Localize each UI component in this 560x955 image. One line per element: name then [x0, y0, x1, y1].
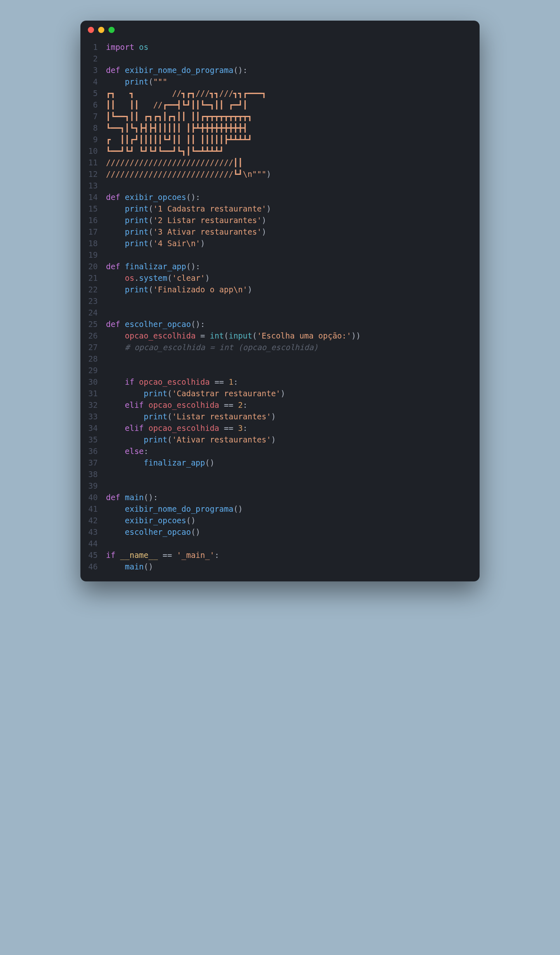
code-line[interactable]: 26 opcao_escolhida = int(input('Escolha …	[80, 330, 480, 341]
code-line[interactable]: 40def main():	[80, 492, 480, 503]
minimize-icon[interactable]	[98, 27, 104, 33]
line-number: 15	[80, 203, 106, 214]
code-content[interactable]: escolher_opcao()	[106, 526, 200, 538]
code-line[interactable]: 41 exibir_nome_do_programa()	[80, 503, 480, 515]
code-content[interactable]: def finalizar_app():	[106, 261, 200, 272]
code-line[interactable]: 23	[80, 295, 480, 307]
code-content[interactable]: print('Ativar restaurantes')	[106, 434, 276, 445]
code-content[interactable]: else:	[106, 445, 148, 457]
code-content[interactable]: print('3 Ativar restaurantes')	[106, 226, 266, 238]
code-line[interactable]: 18 print('4 Sair\n')	[80, 238, 480, 249]
code-content[interactable]: os.system('clear')	[106, 272, 210, 284]
code-line[interactable]: 9┏ ┃┃┏┛┃┃┃┃┃┗┛┃┃ ┃┃ ┃┃┃┃┃┣┻┻┻┻┛	[80, 134, 480, 145]
code-content[interactable]: def main():	[106, 492, 158, 503]
code-line[interactable]: 35 print('Ativar restaurantes')	[80, 434, 480, 445]
code-content[interactable]: elif opcao_escolhida == 3:	[106, 422, 247, 434]
code-content[interactable]: exibir_nome_do_programa()	[106, 503, 243, 515]
code-line[interactable]: 30 if opcao_escolhida == 1:	[80, 376, 480, 388]
code-content[interactable]: # opcao_escolhida = int (opcao_escolhida…	[106, 341, 318, 353]
code-content[interactable]: def escolher_opcao():	[106, 318, 205, 330]
code-line[interactable]: 46 main()	[80, 561, 480, 572]
code-line[interactable]: 38	[80, 468, 480, 480]
code-line[interactable]: 45if __name__ == '_main_':	[80, 549, 480, 561]
code-line[interactable]: 28	[80, 353, 480, 365]
code-line[interactable]: 10┗━━┛┗┛ ┗┛┗┛┗━━┛┗┓┃┗━┻┻┻┻┛	[80, 145, 480, 157]
line-number: 41	[80, 503, 106, 515]
code-content[interactable]: opcao_escolhida = int(input('Escolha uma…	[106, 330, 361, 341]
code-content[interactable]: ┃┗━━┓┃┃ ┏┓┏┓┃┏┓┃┃ ┃┃┏┳┳┳┳┳┳┳┳┳┓	[106, 111, 252, 122]
code-content[interactable]: exibir_opcoes()	[106, 515, 195, 526]
code-line[interactable]: 16 print('2 Listar restaurantes')	[80, 214, 480, 226]
code-line[interactable]: 3def exibir_nome_do_programa():	[80, 64, 480, 76]
code-line[interactable]: 5┏┓ ┓ //┓┏┓///┓┓///┓┓┏━━━┓	[80, 87, 480, 99]
code-line[interactable]: 15 print('1 Cadastra restaurante')	[80, 203, 480, 214]
line-number: 9	[80, 134, 106, 145]
code-content[interactable]: ┗━━┛┗┛ ┗┛┗┛┗━━┛┗┓┃┗━┻┻┻┻┛	[106, 145, 224, 157]
code-line[interactable]: 2	[80, 53, 480, 64]
line-number: 28	[80, 353, 106, 365]
code-line[interactable]: 11///////////////////////////┃┃	[80, 157, 480, 168]
code-content[interactable]: if __name__ == '_main_':	[106, 549, 219, 561]
code-line[interactable]: 22 print('Finalizado o app\n')	[80, 284, 480, 295]
code-content[interactable]: finalizar_app()	[106, 457, 214, 468]
code-line[interactable]: 1import os	[80, 41, 480, 53]
code-line[interactable]: 20def finalizar_app():	[80, 261, 480, 272]
code-content[interactable]: ///////////////////////////┗┛\n""")	[106, 168, 271, 180]
line-number: 7	[80, 111, 106, 122]
code-line[interactable]: 13	[80, 180, 480, 191]
code-line[interactable]: 24	[80, 307, 480, 318]
code-content[interactable]: elif opcao_escolhida == 2:	[106, 399, 247, 411]
code-content[interactable]: if opcao_escolhida == 1:	[106, 376, 238, 388]
code-content[interactable]: import os	[106, 41, 148, 53]
code-content[interactable]: ┏┓ ┓ //┓┏┓///┓┓///┓┓┏━━━┓	[106, 87, 266, 99]
close-icon[interactable]	[88, 27, 94, 33]
code-line[interactable]: 6┃┃ ┃┃ //┏━━┫┗┛┃┃┗━┓┃┃ ┏━┛┃	[80, 99, 480, 111]
code-content[interactable]: ┏ ┃┃┏┛┃┃┃┃┃┗┛┃┃ ┃┃ ┃┃┃┃┃┣┻┻┻┻┛	[106, 134, 252, 145]
zoom-icon[interactable]	[108, 27, 115, 33]
line-number: 45	[80, 549, 106, 561]
code-line[interactable]: 25def escolher_opcao():	[80, 318, 480, 330]
line-number: 21	[80, 272, 106, 284]
code-content[interactable]: ///////////////////////////┃┃	[106, 157, 243, 168]
code-line[interactable]: 36 else:	[80, 445, 480, 457]
code-content[interactable]: print('Finalizado o app\n')	[106, 284, 252, 295]
code-content[interactable]: def exibir_nome_do_programa():	[106, 64, 247, 76]
code-content[interactable]: print('1 Cadastra restaurante')	[106, 203, 271, 214]
code-content[interactable]: def exibir_opcoes():	[106, 191, 200, 203]
line-number: 29	[80, 365, 106, 376]
line-number: 14	[80, 191, 106, 203]
code-line[interactable]: 7┃┗━━┓┃┃ ┏┓┏┓┃┏┓┃┃ ┃┃┏┳┳┳┳┳┳┳┳┳┓	[80, 111, 480, 122]
line-number: 33	[80, 411, 106, 422]
code-line[interactable]: 33 print('Listar restaurantes')	[80, 411, 480, 422]
code-line[interactable]: 21 os.system('clear')	[80, 272, 480, 284]
code-line[interactable]: 19	[80, 249, 480, 261]
code-line[interactable]: 14def exibir_opcoes():	[80, 191, 480, 203]
code-line[interactable]: 44	[80, 538, 480, 549]
code-content[interactable]: print('4 Sair\n')	[106, 238, 205, 249]
code-line[interactable]: 39	[80, 480, 480, 492]
code-line[interactable]: 29	[80, 365, 480, 376]
code-line[interactable]: 32 elif opcao_escolhida == 2:	[80, 399, 480, 411]
code-line[interactable]: 42 exibir_opcoes()	[80, 515, 480, 526]
code-line[interactable]: 34 elif opcao_escolhida == 3:	[80, 422, 480, 434]
code-content[interactable]: print('Listar restaurantes')	[106, 411, 276, 422]
code-line[interactable]: 31 print('Cadastrar restaurante')	[80, 388, 480, 399]
line-number: 4	[80, 76, 106, 87]
line-number: 36	[80, 445, 106, 457]
code-line[interactable]: 8┗━━┓┃┗┓┣┫┣┫┃┃┃┃┃ ┃┣┻╋╋╋╋╋╋╋╋╋┫	[80, 122, 480, 134]
code-content[interactable]: ┗━━┓┃┗┓┣┫┣┫┃┃┃┃┃ ┃┣┻╋╋╋╋╋╋╋╋╋┫	[106, 122, 247, 134]
line-number: 10	[80, 145, 106, 157]
code-content[interactable]: print("""	[106, 76, 167, 87]
code-editor[interactable]: 1import os23def exibir_nome_do_programa(…	[80, 39, 480, 581]
code-line[interactable]: 43 escolher_opcao()	[80, 526, 480, 538]
code-line[interactable]: 37 finalizar_app()	[80, 457, 480, 468]
code-content[interactable]: ┃┃ ┃┃ //┏━━┫┗┛┃┃┗━┓┃┃ ┏━┛┃	[106, 99, 247, 111]
code-line[interactable]: 17 print('3 Ativar restaurantes')	[80, 226, 480, 238]
code-line[interactable]: 27 # opcao_escolhida = int (opcao_escolh…	[80, 341, 480, 353]
code-content[interactable]: print('Cadastrar restaurante')	[106, 388, 285, 399]
code-line[interactable]: 4 print("""	[80, 76, 480, 87]
line-number: 37	[80, 457, 106, 468]
code-content[interactable]: main()	[106, 561, 153, 572]
code-content[interactable]: print('2 Listar restaurantes')	[106, 214, 266, 226]
code-line[interactable]: 12///////////////////////////┗┛\n""")	[80, 168, 480, 180]
